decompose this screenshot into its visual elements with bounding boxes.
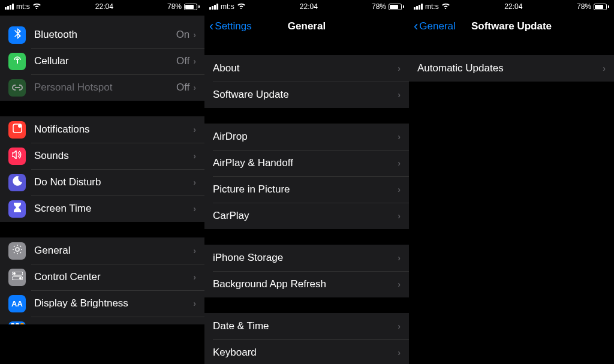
row-iphone-storage[interactable]: iPhone Storage ›: [204, 245, 409, 271]
chevron-right-icon: ›: [193, 151, 196, 161]
chevron-right-icon: ›: [398, 253, 401, 263]
row-airplay-handoff[interactable]: AirPlay & Handoff ›: [204, 150, 409, 176]
row-control-center[interactable]: Control Center ›: [0, 264, 204, 290]
row-personal-hotspot[interactable]: Personal Hotspot Off ›: [0, 74, 204, 101]
chevron-right-icon: ›: [193, 83, 196, 92]
chevron-left-icon: ‹: [209, 20, 213, 33]
chevron-right-icon: ›: [398, 132, 401, 142]
chevron-right-icon: ›: [193, 56, 196, 66]
svg-point-2: [18, 124, 22, 128]
row-general[interactable]: General ›: [0, 237, 204, 264]
hotspot-icon: [8, 79, 26, 97]
row-notifications[interactable]: Notifications ›: [0, 116, 204, 143]
row-label: Picture in Picture: [213, 183, 398, 195]
row-label: Bluetooth: [34, 29, 176, 41]
row-label: AirPlay & Handoff: [213, 157, 398, 169]
page-title: General: [288, 20, 326, 32]
app-grid-icon: [8, 321, 26, 325]
cellular-icon: [8, 53, 26, 70]
row-sounds[interactable]: Sounds ›: [0, 143, 204, 169]
row-label: Display & Brightness: [34, 297, 193, 309]
row-display-brightness[interactable]: AA Display & Brightness ›: [0, 290, 204, 317]
row-label: Control Center: [34, 271, 193, 283]
row-label: Automatic Updates: [417, 62, 603, 74]
nav-bar: ‹ Settings General: [204, 13, 409, 40]
chevron-right-icon: ›: [398, 64, 401, 73]
row-automatic-updates[interactable]: Automatic Updates ›: [409, 55, 614, 82]
status-bar: mt:s 22:04 78%: [204, 0, 409, 13]
row-software-update[interactable]: Software Update ›: [204, 82, 409, 108]
row-background-app-refresh[interactable]: Background App Refresh ›: [204, 271, 409, 297]
bluetooth-icon: [8, 26, 26, 44]
row-label: Cellular: [34, 55, 176, 67]
cellular-signal-icon: [209, 4, 218, 10]
back-label: Settings: [215, 20, 251, 32]
row-label: Keyboard: [213, 347, 398, 359]
row-about[interactable]: About ›: [204, 55, 409, 82]
row-home-screen[interactable]: Home Screen ›: [0, 317, 204, 324]
row-label: Background App Refresh: [213, 278, 398, 290]
chevron-right-icon: ›: [193, 246, 196, 255]
chevron-right-icon: ›: [398, 158, 401, 168]
back-button[interactable]: ‹ General: [414, 20, 456, 33]
wifi-icon: [32, 2, 41, 11]
row-value: On: [176, 29, 190, 41]
row-picture-in-picture[interactable]: Picture in Picture ›: [204, 176, 409, 203]
chevron-right-icon: ›: [193, 125, 196, 134]
carrier-label: mt:s: [425, 2, 439, 11]
status-bar: mt:s 22:04 78%: [409, 0, 614, 13]
row-label: General: [34, 245, 193, 257]
notifications-icon: [8, 121, 26, 139]
moon-icon: [8, 174, 26, 191]
row-label: CarPlay: [213, 210, 398, 222]
carrier-label: mt:s: [16, 2, 30, 11]
clock: 22:04: [300, 2, 318, 11]
cellular-signal-icon: [5, 4, 14, 10]
row-label: iPhone Storage: [213, 252, 398, 264]
chevron-right-icon: ›: [398, 348, 401, 357]
row-label: Personal Hotspot: [34, 82, 176, 94]
chevron-right-icon: ›: [398, 211, 401, 221]
row-keyboard[interactable]: Keyboard ›: [204, 339, 409, 364]
battery-percent: 78%: [577, 2, 591, 11]
cellular-signal-icon: [414, 4, 423, 10]
chevron-right-icon: ›: [398, 90, 401, 100]
nav-bar: ‹ General Software Update: [409, 13, 614, 40]
row-airdrop[interactable]: AirDrop ›: [204, 124, 409, 150]
row-label: Date & Time: [213, 320, 398, 332]
row-carplay[interactable]: CarPlay ›: [204, 203, 409, 229]
carrier-label: mt:s: [221, 2, 234, 11]
back-label: General: [419, 20, 455, 32]
chevron-right-icon: ›: [193, 299, 196, 308]
row-label: AirDrop: [213, 131, 398, 143]
row-cellular[interactable]: Cellular Off ›: [0, 48, 204, 74]
row-screen-time[interactable]: Screen Time ›: [0, 195, 204, 222]
wifi-icon: [237, 2, 246, 11]
row-date-time[interactable]: Date & Time ›: [204, 313, 409, 339]
chevron-right-icon: ›: [193, 272, 196, 282]
battery-percent: 78%: [167, 2, 182, 11]
back-button[interactable]: ‹ Settings: [209, 20, 252, 33]
row-do-not-disturb[interactable]: Do Not Disturb ›: [0, 169, 204, 195]
battery-icon: [594, 4, 609, 10]
wifi-icon: [441, 2, 450, 11]
battery-percent: 78%: [372, 2, 386, 11]
row-label: Sounds: [34, 150, 193, 162]
aa-icon: AA: [8, 295, 26, 312]
settings-root-panel: mt:s 22:04 78% Settings Bluetooth On ›: [0, 0, 204, 364]
chevron-right-icon: ›: [398, 185, 401, 194]
clock: 22:04: [95, 2, 113, 11]
row-value: Off: [176, 82, 189, 94]
svg-point-5: [13, 272, 16, 275]
clock: 22:04: [504, 2, 522, 11]
chevron-right-icon: ›: [603, 64, 606, 73]
chevron-left-icon: ‹: [414, 20, 418, 33]
row-label: Screen Time: [34, 203, 193, 215]
row-label: Home Screen: [34, 324, 193, 324]
row-label: Software Update: [213, 89, 398, 101]
row-label: Do Not Disturb: [34, 176, 193, 188]
row-bluetooth[interactable]: Bluetooth On ›: [0, 22, 204, 48]
gear-icon: [8, 242, 26, 260]
svg-point-7: [19, 277, 22, 279]
chevron-right-icon: ›: [193, 204, 196, 213]
